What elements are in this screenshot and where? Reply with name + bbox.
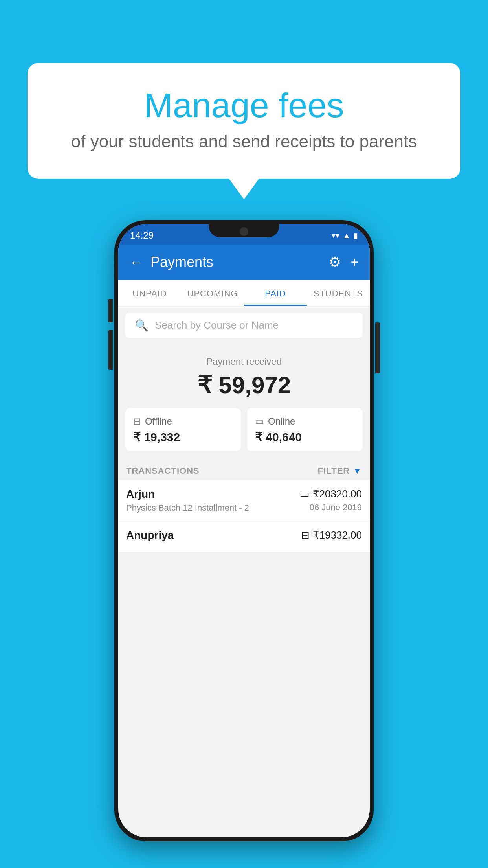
online-amount: ₹ 40,640	[255, 430, 355, 444]
filter-label: FILTER	[318, 466, 350, 476]
payment-received-label: Payment received	[126, 356, 362, 367]
transaction-amount-2: ⊟ ₹19332.00	[301, 529, 362, 541]
search-icon: 🔍	[135, 319, 149, 332]
wifi-icon: ▾▾	[332, 231, 339, 240]
transaction-row-inner-2: Anupriya ⊟ ₹19332.00	[126, 529, 362, 544]
table-row[interactable]: Arjun Physics Batch 12 Installment - 2 ▭…	[118, 480, 370, 521]
side-button-volume-down	[108, 330, 113, 370]
transactions-label: TRANSACTIONS	[126, 466, 200, 476]
table-row[interactable]: Anupriya ⊟ ₹19332.00	[118, 521, 370, 552]
transaction-right: ▭ ₹20320.00 06 June 2019	[300, 488, 362, 513]
status-icons: ▾▾ ▲ ▮	[332, 231, 358, 240]
phone-notch	[209, 224, 279, 237]
filter-button[interactable]: FILTER ▼	[318, 466, 362, 476]
offline-amount: ₹ 19,332	[133, 430, 233, 444]
payment-total-amount: ₹ 59,972	[126, 371, 362, 399]
filter-icon: ▼	[353, 466, 362, 476]
side-button-volume-up	[108, 299, 113, 322]
phone-screen: 14:29 ▾▾ ▲ ▮ ← Payments ⚙ + UNPAID	[118, 224, 370, 837]
online-card-header: ▭ Online	[255, 416, 355, 427]
payment-summary: Payment received ₹ 59,972	[118, 344, 370, 408]
phone-frame: 14:29 ▾▾ ▲ ▮ ← Payments ⚙ + UNPAID	[114, 220, 374, 841]
cash-payment-icon: ⊟	[301, 529, 310, 541]
transaction-name-2: Anupriya	[126, 529, 174, 542]
back-button[interactable]: ←	[129, 254, 143, 270]
speech-bubble-container: Manage fees of your students and send re…	[28, 63, 460, 179]
online-payment-card: ▭ Online ₹ 40,640	[247, 408, 363, 451]
search-input[interactable]: Search by Course or Name	[155, 319, 279, 331]
offline-label: Offline	[145, 416, 172, 427]
tabs-container: UNPAID UPCOMING PAID STUDENTS	[118, 280, 370, 306]
app-header: ← Payments ⚙ +	[118, 245, 370, 280]
transaction-amount: ▭ ₹20320.00	[300, 488, 362, 500]
online-label: Online	[268, 416, 295, 427]
add-icon[interactable]: +	[350, 254, 359, 270]
tab-paid[interactable]: PAID	[244, 280, 307, 306]
tab-students[interactable]: STUDENTS	[307, 280, 370, 306]
speech-bubble-title: Manage fees	[59, 86, 429, 125]
tab-unpaid[interactable]: UNPAID	[118, 280, 181, 306]
header-left: ← Payments	[129, 254, 213, 270]
side-button-power	[375, 322, 380, 373]
offline-card-header: ⊟ Offline	[133, 416, 233, 427]
header-right: ⚙ +	[328, 254, 359, 270]
transaction-detail: Physics Batch 12 Installment - 2	[126, 503, 249, 513]
offline-payment-card: ⊟ Offline ₹ 19,332	[125, 408, 241, 451]
status-time: 14:29	[130, 230, 154, 241]
transactions-header: TRANSACTIONS FILTER ▼	[118, 460, 370, 480]
settings-icon[interactable]: ⚙	[328, 254, 341, 270]
online-icon: ▭	[255, 416, 264, 427]
battery-icon: ▮	[354, 231, 358, 240]
transaction-name: Arjun	[126, 488, 249, 500]
transaction-left-2: Anupriya	[126, 529, 174, 544]
search-container: 🔍 Search by Course or Name	[118, 306, 370, 344]
page-title: Payments	[150, 254, 213, 270]
phone-camera	[240, 227, 248, 236]
tab-upcoming[interactable]: UPCOMING	[181, 280, 244, 306]
payment-cards: ⊟ Offline ₹ 19,332 ▭ Online ₹ 40,640	[118, 408, 370, 460]
signal-icon: ▲	[343, 231, 350, 240]
transaction-date: 06 June 2019	[300, 502, 362, 513]
offline-icon: ⊟	[133, 416, 141, 427]
card-payment-icon: ▭	[300, 488, 310, 500]
speech-bubble: Manage fees of your students and send re…	[28, 63, 460, 179]
transaction-row-inner: Arjun Physics Batch 12 Installment - 2 ▭…	[126, 488, 362, 513]
transaction-left: Arjun Physics Batch 12 Installment - 2	[126, 488, 249, 513]
speech-bubble-subtitle: of your students and send receipts to pa…	[59, 132, 429, 151]
transaction-right-2: ⊟ ₹19332.00	[301, 529, 362, 544]
search-bar[interactable]: 🔍 Search by Course or Name	[125, 313, 363, 338]
